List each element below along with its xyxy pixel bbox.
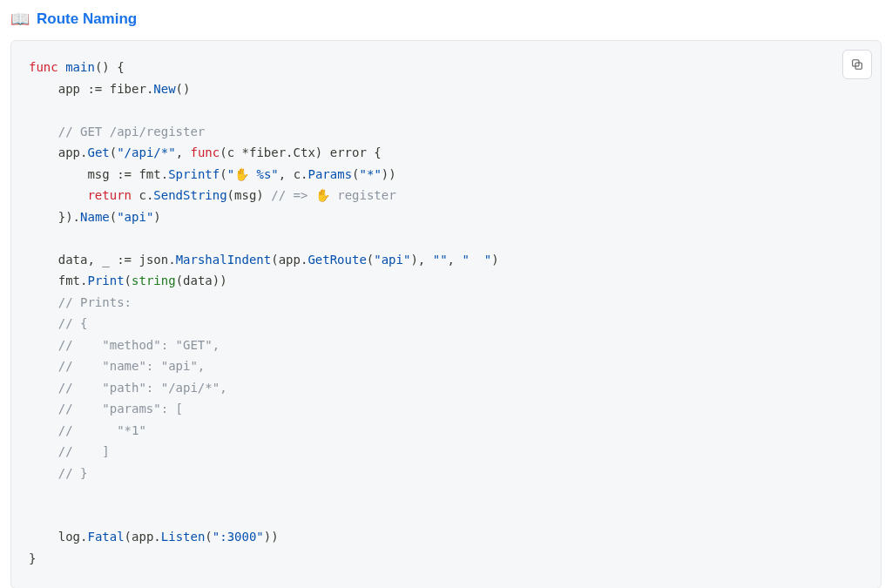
code-line: }).Name("api") (29, 206, 863, 228)
code-content: func main() { app := fiber.New() // GET … (29, 57, 863, 569)
code-line: // "name": "api", (29, 355, 863, 377)
code-line: msg := fmt.Sprintf("✋ %s", c.Params("*")… (29, 164, 863, 186)
code-line: // "params": [ (29, 398, 863, 420)
copy-button[interactable] (842, 50, 872, 79)
code-line: // Prints: (29, 292, 863, 314)
copy-icon (850, 57, 864, 71)
code-line: // GET /api/register (29, 121, 863, 143)
code-line (29, 99, 863, 121)
code-block: func main() { app := fiber.New() // GET … (10, 40, 882, 588)
code-line (29, 227, 863, 249)
code-line: return c.SendString(msg) // => ✋ registe… (29, 185, 863, 206)
code-line: // "*1" (29, 420, 863, 442)
code-line: fmt.Print(string(data)) (29, 270, 863, 292)
code-line: // ] (29, 441, 863, 463)
book-icon: 📖 (10, 11, 30, 27)
code-line: app := fiber.New() (29, 78, 863, 100)
section-heading: 📖 Route Naming (10, 10, 882, 28)
code-line: // "path": "/api/*", (29, 377, 863, 399)
code-line (29, 505, 863, 527)
code-line: func main() { (29, 57, 863, 78)
code-line: // } (29, 463, 863, 484)
code-line: // { (29, 313, 863, 335)
code-line: // "method": "GET", (29, 335, 863, 356)
code-line (29, 483, 863, 505)
code-line: data, _ := json.MarshalIndent(app.GetRou… (29, 249, 863, 271)
route-naming-link[interactable]: Route Naming (37, 10, 137, 28)
code-line: app.Get("/api/*", func(c *fiber.Ctx) err… (29, 142, 863, 164)
code-line: } (29, 548, 863, 570)
code-line: log.Fatal(app.Listen(":3000")) (29, 526, 863, 548)
